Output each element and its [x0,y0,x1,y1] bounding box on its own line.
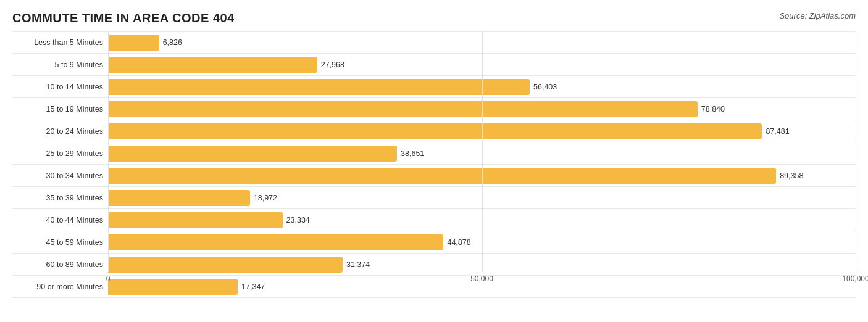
x-axis: 050,000100,000 [108,272,856,291]
bar-value: 78,840 [701,105,725,114]
bars-section: Less than 5 Minutes6,8265 to 9 Minutes27… [12,31,856,272]
bar-fill: 78,840 [108,101,698,117]
bar-value: 6,826 [163,38,182,47]
bar-value: 23,334 [286,216,310,225]
bar-label: 20 to 24 Minutes [12,127,108,136]
bar-value: 31,374 [346,260,370,269]
bar-label: Less than 5 Minutes [12,38,108,47]
chart-area: Less than 5 Minutes6,8265 to 9 Minutes27… [12,31,856,291]
bar-track: 87,481 [108,123,856,139]
bar-fill: 23,334 [108,212,283,228]
bar-label: 10 to 14 Minutes [12,83,108,91]
bar-track: 31,374 [108,257,856,273]
bar-label: 90 or more Minutes [12,283,108,291]
x-tick-label: 0 [106,275,111,283]
bar-fill: 27,968 [108,57,317,73]
chart-container: COMMUTE TIME IN AREA CODE 404 Source: Zi… [0,0,868,322]
bar-fill: 38,651 [108,146,397,162]
bar-row: 10 to 14 Minutes56,403 [12,76,856,98]
chart-source: Source: ZipAtlas.com [779,11,856,20]
bar-label: 60 to 89 Minutes [12,260,108,269]
bar-value: 89,358 [780,171,803,180]
bar-track: 6,826 [108,35,856,51]
bar-row: 40 to 44 Minutes23,334 [12,209,856,231]
bar-track: 44,878 [108,234,856,250]
bar-row: Less than 5 Minutes6,826 [12,31,856,54]
bar-track: 23,334 [108,212,856,228]
bar-fill: 87,481 [108,123,762,139]
bar-fill: 6,826 [108,35,159,51]
bar-label: 40 to 44 Minutes [12,216,108,225]
bar-fill: 89,358 [108,168,776,184]
chart-title: COMMUTE TIME IN AREA CODE 404 [12,11,856,25]
bar-value: 87,481 [766,127,789,136]
bar-fill: 18,972 [108,190,250,206]
bar-row: 25 to 29 Minutes38,651 [12,142,856,165]
bar-fill: 56,403 [108,79,530,95]
bar-label: 30 to 34 Minutes [12,171,108,180]
bar-track: 89,358 [108,168,856,184]
bar-label: 5 to 9 Minutes [12,60,108,69]
x-tick-label: 50,000 [470,275,493,283]
bar-track: 38,651 [108,146,856,162]
bar-fill: 31,374 [108,257,343,273]
bar-track: 18,972 [108,190,856,206]
bar-label: 25 to 29 Minutes [12,149,108,158]
bar-track: 56,403 [108,79,856,95]
bar-row: 15 to 19 Minutes78,840 [12,98,856,120]
bar-row: 45 to 59 Minutes44,878 [12,231,856,254]
bar-label: 45 to 59 Minutes [12,238,108,247]
bar-fill: 44,878 [108,234,443,250]
bar-value: 27,968 [321,60,344,69]
bar-value: 56,403 [533,83,557,91]
bar-row: 20 to 24 Minutes87,481 [12,120,856,142]
bar-row: 35 to 39 Minutes18,972 [12,187,856,209]
bar-row: 5 to 9 Minutes27,968 [12,54,856,76]
bar-label: 35 to 39 Minutes [12,194,108,202]
bar-track: 27,968 [108,57,856,73]
bar-row: 30 to 34 Minutes89,358 [12,165,856,187]
bar-value: 44,878 [447,238,470,247]
x-tick-label: 100,000 [842,275,868,283]
bar-value: 38,651 [401,149,424,158]
bar-track: 78,840 [108,101,856,117]
bar-label: 15 to 19 Minutes [12,105,108,114]
bar-value: 18,972 [254,194,277,202]
